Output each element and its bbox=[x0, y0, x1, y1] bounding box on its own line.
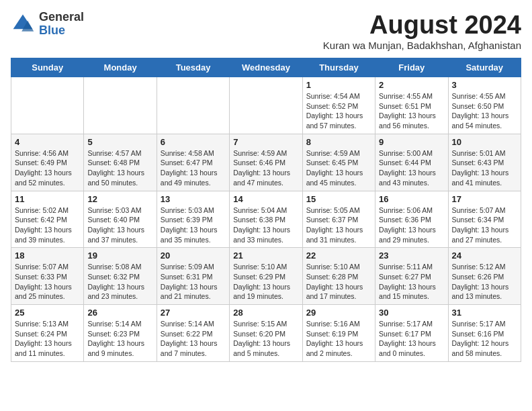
day-number: 15 bbox=[306, 194, 371, 204]
day-info: Sunrise: 5:07 AM Sunset: 6:34 PM Dayligh… bbox=[452, 205, 517, 245]
calendar-cell: 30Sunrise: 5:17 AM Sunset: 6:17 PM Dayli… bbox=[375, 305, 448, 362]
day-info: Sunrise: 4:59 AM Sunset: 6:45 PM Dayligh… bbox=[306, 148, 371, 188]
weekday-header-friday: Friday bbox=[375, 58, 448, 77]
weekday-header-monday: Monday bbox=[84, 58, 157, 77]
day-number: 27 bbox=[161, 308, 226, 318]
page-header: General Blue August 2024 Kuran wa Munjan… bbox=[11, 11, 521, 51]
calendar-cell: 19Sunrise: 5:08 AM Sunset: 6:32 PM Dayli… bbox=[84, 248, 157, 305]
calendar-cell: 29Sunrise: 5:16 AM Sunset: 6:19 PM Dayli… bbox=[302, 305, 375, 362]
calendar-cell: 21Sunrise: 5:10 AM Sunset: 6:29 PM Dayli… bbox=[230, 248, 302, 305]
day-number: 13 bbox=[161, 194, 226, 204]
calendar-cell: 1Sunrise: 4:54 AM Sunset: 6:52 PM Daylig… bbox=[302, 77, 375, 134]
day-info: Sunrise: 5:07 AM Sunset: 6:33 PM Dayligh… bbox=[15, 262, 80, 302]
calendar-cell: 27Sunrise: 5:14 AM Sunset: 6:22 PM Dayli… bbox=[157, 305, 229, 362]
day-number: 14 bbox=[233, 194, 298, 204]
day-number: 10 bbox=[452, 137, 517, 147]
day-number: 12 bbox=[87, 194, 152, 204]
calendar-cell: 9Sunrise: 5:00 AM Sunset: 6:44 PM Daylig… bbox=[375, 134, 448, 191]
week-row-1: 1Sunrise: 4:54 AM Sunset: 6:52 PM Daylig… bbox=[11, 77, 521, 134]
day-info: Sunrise: 4:55 AM Sunset: 6:50 PM Dayligh… bbox=[452, 91, 517, 131]
day-number: 26 bbox=[87, 308, 152, 318]
calendar-cell: 13Sunrise: 5:03 AM Sunset: 6:39 PM Dayli… bbox=[157, 191, 229, 248]
month-title: August 2024 bbox=[323, 11, 521, 40]
calendar-cell: 18Sunrise: 5:07 AM Sunset: 6:33 PM Dayli… bbox=[11, 248, 84, 305]
day-info: Sunrise: 5:05 AM Sunset: 6:37 PM Dayligh… bbox=[306, 205, 371, 245]
day-number: 16 bbox=[379, 194, 444, 204]
calendar-cell bbox=[84, 77, 157, 134]
title-section: August 2024 Kuran wa Munjan, Badakhshan,… bbox=[323, 11, 521, 51]
day-number: 5 bbox=[87, 137, 152, 147]
day-number: 22 bbox=[306, 250, 371, 261]
week-row-3: 11Sunrise: 5:02 AM Sunset: 6:42 PM Dayli… bbox=[11, 191, 521, 248]
calendar-cell bbox=[157, 77, 229, 134]
weekday-header-tuesday: Tuesday bbox=[157, 58, 229, 77]
day-info: Sunrise: 5:04 AM Sunset: 6:38 PM Dayligh… bbox=[233, 205, 298, 245]
calendar-cell: 24Sunrise: 5:12 AM Sunset: 6:26 PM Dayli… bbox=[448, 248, 521, 305]
day-info: Sunrise: 5:08 AM Sunset: 6:32 PM Dayligh… bbox=[87, 262, 152, 302]
calendar-cell: 10Sunrise: 5:01 AM Sunset: 6:43 PM Dayli… bbox=[448, 134, 521, 191]
day-info: Sunrise: 5:14 AM Sunset: 6:23 PM Dayligh… bbox=[87, 319, 152, 359]
day-number: 7 bbox=[233, 137, 298, 147]
weekday-header-saturday: Saturday bbox=[448, 58, 521, 77]
calendar-cell: 28Sunrise: 5:15 AM Sunset: 6:20 PM Dayli… bbox=[230, 305, 302, 362]
day-info: Sunrise: 5:13 AM Sunset: 6:24 PM Dayligh… bbox=[15, 319, 80, 359]
day-info: Sunrise: 5:12 AM Sunset: 6:26 PM Dayligh… bbox=[452, 262, 517, 302]
weekday-header-wednesday: Wednesday bbox=[230, 58, 302, 77]
day-info: Sunrise: 4:55 AM Sunset: 6:51 PM Dayligh… bbox=[379, 91, 444, 131]
logo-text: General Blue bbox=[39, 11, 84, 38]
day-number: 1 bbox=[306, 80, 371, 90]
day-info: Sunrise: 5:09 AM Sunset: 6:31 PM Dayligh… bbox=[161, 262, 226, 302]
logo-icon bbox=[11, 12, 35, 36]
calendar-cell: 25Sunrise: 5:13 AM Sunset: 6:24 PM Dayli… bbox=[11, 305, 84, 362]
day-number: 11 bbox=[15, 194, 80, 204]
day-info: Sunrise: 4:54 AM Sunset: 6:52 PM Dayligh… bbox=[306, 91, 371, 131]
week-row-4: 18Sunrise: 5:07 AM Sunset: 6:33 PM Dayli… bbox=[11, 248, 521, 305]
calendar-cell bbox=[230, 77, 302, 134]
calendar-cell: 11Sunrise: 5:02 AM Sunset: 6:42 PM Dayli… bbox=[11, 191, 84, 248]
day-info: Sunrise: 5:17 AM Sunset: 6:17 PM Dayligh… bbox=[379, 319, 444, 359]
calendar-cell: 15Sunrise: 5:05 AM Sunset: 6:37 PM Dayli… bbox=[302, 191, 375, 248]
day-info: Sunrise: 5:01 AM Sunset: 6:43 PM Dayligh… bbox=[452, 148, 517, 188]
calendar-cell: 14Sunrise: 5:04 AM Sunset: 6:38 PM Dayli… bbox=[230, 191, 302, 248]
day-info: Sunrise: 5:00 AM Sunset: 6:44 PM Dayligh… bbox=[379, 148, 444, 188]
day-number: 23 bbox=[379, 250, 444, 261]
location-title: Kuran wa Munjan, Badakhshan, Afghanistan bbox=[323, 40, 521, 51]
calendar-cell: 5Sunrise: 4:57 AM Sunset: 6:48 PM Daylig… bbox=[84, 134, 157, 191]
day-info: Sunrise: 5:17 AM Sunset: 6:16 PM Dayligh… bbox=[452, 319, 517, 359]
calendar-cell: 16Sunrise: 5:06 AM Sunset: 6:36 PM Dayli… bbox=[375, 191, 448, 248]
day-info: Sunrise: 5:10 AM Sunset: 6:28 PM Dayligh… bbox=[306, 262, 371, 302]
weekday-header-sunday: Sunday bbox=[11, 58, 84, 77]
weekday-header-row: SundayMondayTuesdayWednesdayThursdayFrid… bbox=[11, 58, 521, 77]
weekday-header-thursday: Thursday bbox=[302, 58, 375, 77]
week-row-2: 4Sunrise: 4:56 AM Sunset: 6:49 PM Daylig… bbox=[11, 134, 521, 191]
day-info: Sunrise: 5:02 AM Sunset: 6:42 PM Dayligh… bbox=[15, 205, 80, 245]
day-info: Sunrise: 4:58 AM Sunset: 6:47 PM Dayligh… bbox=[161, 148, 226, 188]
day-info: Sunrise: 4:57 AM Sunset: 6:48 PM Dayligh… bbox=[87, 148, 152, 188]
day-number: 30 bbox=[379, 308, 444, 318]
day-info: Sunrise: 5:03 AM Sunset: 6:39 PM Dayligh… bbox=[161, 205, 226, 245]
calendar-cell: 23Sunrise: 5:11 AM Sunset: 6:27 PM Dayli… bbox=[375, 248, 448, 305]
calendar-cell: 17Sunrise: 5:07 AM Sunset: 6:34 PM Dayli… bbox=[448, 191, 521, 248]
day-info: Sunrise: 4:59 AM Sunset: 6:46 PM Dayligh… bbox=[233, 148, 298, 188]
day-info: Sunrise: 5:15 AM Sunset: 6:20 PM Dayligh… bbox=[233, 319, 298, 359]
calendar-cell: 20Sunrise: 5:09 AM Sunset: 6:31 PM Dayli… bbox=[157, 248, 229, 305]
day-number: 18 bbox=[15, 250, 80, 261]
day-number: 31 bbox=[452, 308, 517, 318]
day-info: Sunrise: 5:10 AM Sunset: 6:29 PM Dayligh… bbox=[233, 262, 298, 302]
calendar-cell: 6Sunrise: 4:58 AM Sunset: 6:47 PM Daylig… bbox=[157, 134, 229, 191]
calendar-cell: 2Sunrise: 4:55 AM Sunset: 6:51 PM Daylig… bbox=[375, 77, 448, 134]
day-number: 3 bbox=[452, 80, 517, 90]
calendar-cell: 26Sunrise: 5:14 AM Sunset: 6:23 PM Dayli… bbox=[84, 305, 157, 362]
calendar-cell: 8Sunrise: 4:59 AM Sunset: 6:45 PM Daylig… bbox=[302, 134, 375, 191]
day-number: 9 bbox=[379, 137, 444, 147]
day-info: Sunrise: 4:56 AM Sunset: 6:49 PM Dayligh… bbox=[15, 148, 80, 188]
week-row-5: 25Sunrise: 5:13 AM Sunset: 6:24 PM Dayli… bbox=[11, 305, 521, 362]
day-info: Sunrise: 5:06 AM Sunset: 6:36 PM Dayligh… bbox=[379, 205, 444, 245]
day-number: 17 bbox=[452, 194, 517, 204]
logo: General Blue bbox=[11, 11, 84, 38]
day-number: 2 bbox=[379, 80, 444, 90]
day-number: 28 bbox=[233, 308, 298, 318]
calendar-cell bbox=[11, 77, 84, 134]
calendar-cell: 4Sunrise: 4:56 AM Sunset: 6:49 PM Daylig… bbox=[11, 134, 84, 191]
day-number: 4 bbox=[15, 137, 80, 147]
